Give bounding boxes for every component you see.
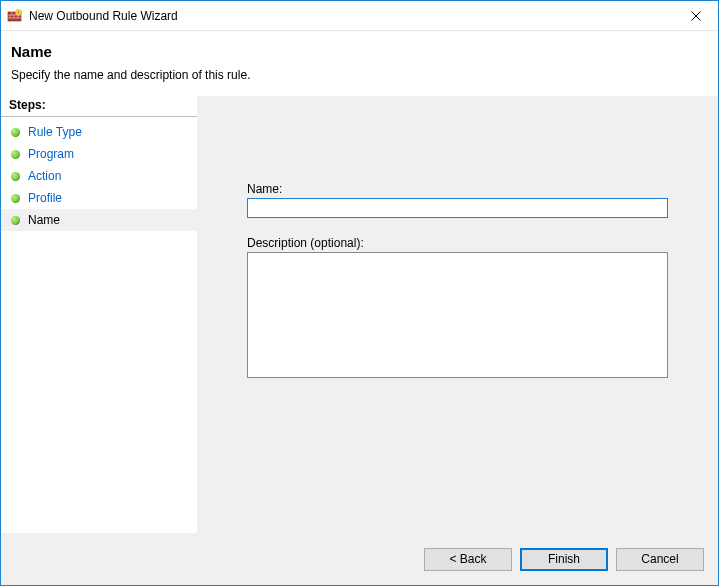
window-title: New Outbound Rule Wizard: [29, 9, 673, 23]
step-bullet-icon: [11, 150, 20, 159]
steps-list: Rule Type Program Action Profile Name: [1, 117, 197, 235]
step-label: Program: [28, 147, 74, 161]
step-profile[interactable]: Profile: [1, 187, 197, 209]
page-title: Name: [11, 43, 708, 60]
name-label: Name:: [247, 182, 668, 196]
step-action[interactable]: Action: [1, 165, 197, 187]
back-button[interactable]: < Back: [424, 548, 512, 571]
page-subtitle: Specify the name and description of this…: [11, 68, 708, 82]
step-name[interactable]: Name: [1, 209, 197, 231]
steps-heading: Steps:: [1, 96, 197, 117]
description-label: Description (optional):: [247, 236, 668, 250]
wizard-main: Name: Description (optional):: [197, 96, 718, 533]
wizard-window: New Outbound Rule Wizard Name Specify th…: [0, 0, 719, 586]
firewall-icon: [7, 8, 23, 24]
wizard-body: Steps: Rule Type Program Action Profile: [1, 96, 718, 533]
close-icon: [691, 11, 701, 21]
titlebar: New Outbound Rule Wizard: [1, 1, 718, 31]
step-label: Action: [28, 169, 61, 183]
description-textarea[interactable]: [247, 252, 668, 378]
step-rule-type[interactable]: Rule Type: [1, 121, 197, 143]
step-program[interactable]: Program: [1, 143, 197, 165]
step-bullet-icon: [11, 216, 20, 225]
step-label: Name: [28, 213, 60, 227]
step-bullet-icon: [11, 172, 20, 181]
finish-button[interactable]: Finish: [520, 548, 608, 571]
svg-rect-10: [18, 11, 20, 14]
cancel-button[interactable]: Cancel: [616, 548, 704, 571]
name-input[interactable]: [247, 198, 668, 218]
steps-sidebar: Steps: Rule Type Program Action Profile: [1, 96, 197, 533]
step-label: Rule Type: [28, 125, 82, 139]
step-bullet-icon: [11, 128, 20, 137]
close-button[interactable]: [673, 2, 718, 30]
step-label: Profile: [28, 191, 62, 205]
wizard-header: Name Specify the name and description of…: [1, 31, 718, 96]
form-area: Name: Description (optional):: [247, 182, 668, 381]
step-bullet-icon: [11, 194, 20, 203]
wizard-footer: < Back Finish Cancel: [1, 533, 718, 585]
